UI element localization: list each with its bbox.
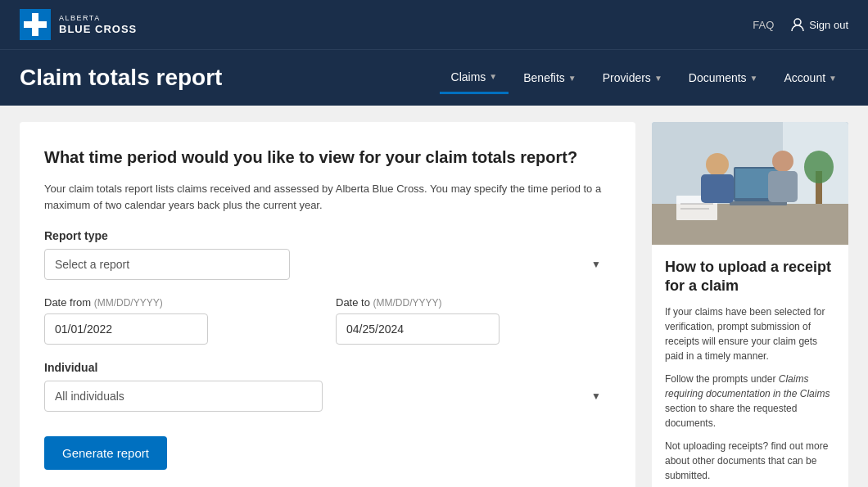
logo-cross-icon [20,9,51,40]
svg-point-17 [804,151,834,183]
svg-point-14 [772,151,793,172]
form-description: Your claim totals report lists claims re… [44,181,611,213]
sidebar-info: How to upload a receipt for a claim If y… [652,245,848,487]
right-panel: How to upload a receipt for a claim If y… [652,122,848,487]
chevron-down-icon: ▼ [829,74,837,83]
main-content: What time period would you like to view … [0,106,868,487]
sign-out-button[interactable]: Sign out [790,17,848,32]
logo-area: ALBERTA BLUE CROSS [20,9,137,40]
svg-rect-15 [768,171,798,202]
nav-item-documents[interactable]: Documents ▼ [677,63,770,92]
chevron-down-icon: ▼ [750,74,758,83]
form-heading: What time period would you like to view … [44,147,611,168]
svg-point-12 [706,153,729,176]
individual-select[interactable]: All individuals [44,381,323,412]
report-type-label: Report type [44,229,611,242]
chevron-down-icon: ▼ [489,72,497,81]
sidebar-text-3: Not uploading receipts? find out more ab… [665,439,835,483]
page-title: Claim totals report [20,50,222,106]
sidebar-text-1: If your claims have been selected for ve… [665,304,835,363]
sign-out-icon [790,17,805,32]
date-to-input[interactable] [336,313,500,345]
nav-item-providers[interactable]: Providers ▼ [591,63,674,92]
chevron-down-icon: ▼ [654,74,662,83]
nav-item-claims[interactable]: Claims ▼ [440,62,509,94]
chevron-down-icon: ▼ [568,74,576,83]
date-from-field: Date from (MM/DD/YYYY) [44,296,319,345]
header: ALBERTA BLUE CROSS FAQ Sign out [0,0,868,49]
generate-report-button[interactable]: Generate report [44,436,167,470]
report-type-select-wrapper: Select a report ▼ [44,249,611,280]
report-type-select[interactable]: Select a report [44,249,290,280]
date-to-field: Date to (MM/DD/YYYY) [336,296,611,345]
nav-links: Claims ▼ Benefits ▼ Providers ▼ Document… [440,62,848,94]
individual-select-wrapper: All individuals ▼ [44,381,611,412]
left-panel: What time period would you like to view … [20,122,635,487]
nav-item-benefits[interactable]: Benefits ▼ [512,63,588,92]
sidebar-title: How to upload a receipt for a claim [665,258,835,296]
date-to-label: Date to (MM/DD/YYYY) [336,296,611,309]
date-from-input[interactable] [44,313,208,345]
sidebar-text-2: Follow the prompts under Claims requirin… [665,372,835,431]
chevron-down-icon: ▼ [591,390,601,402]
svg-rect-13 [701,174,734,203]
individual-label: Individual [44,361,611,374]
logo-text: ALBERTA BLUE CROSS [59,14,137,35]
sidebar-image-inner [652,122,848,245]
sidebar-image [652,122,848,245]
faq-link[interactable]: FAQ [753,19,774,31]
nav-item-account[interactable]: Account ▼ [773,63,849,92]
date-from-label: Date from (MM/DD/YYYY) [44,296,319,309]
nav-bar: Claim totals report Claims ▼ Benefits ▼ … [0,49,868,106]
svg-rect-1 [24,21,47,28]
svg-point-2 [794,19,801,25]
date-row: Date from (MM/DD/YYYY) Date to (MM/DD/YY… [44,296,611,345]
chevron-down-icon: ▼ [591,259,601,270]
header-right: FAQ Sign out [753,17,848,32]
